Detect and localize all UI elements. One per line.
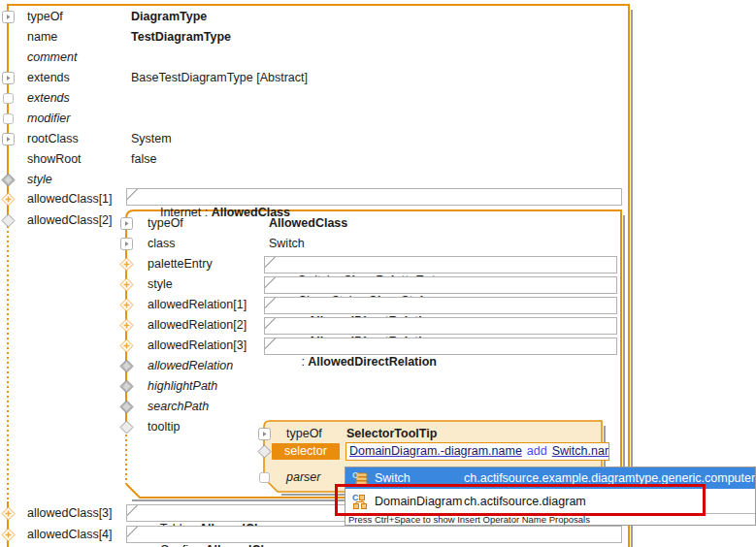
property-label-allowedrelation-2: allowedRelation[2] xyxy=(148,318,247,333)
resource-box-allowedrelation-1[interactable]: : AllowedDirectRelation xyxy=(264,297,617,314)
actifsource-resource-editor: typeOf DiagramType name TestDiagramType … xyxy=(0,0,756,547)
property-label-tooltip: tooltip xyxy=(148,420,180,434)
instance-diamond-icon[interactable] xyxy=(119,420,134,434)
property-label-highlightpath: highlightPath xyxy=(148,379,217,394)
property-label-style: style xyxy=(148,277,173,292)
add-diamond-icon[interactable] xyxy=(119,318,134,333)
property-label-paletteentry: paletteEntry xyxy=(148,257,213,272)
property-label-showroot: showRoot xyxy=(27,152,82,167)
instance-diamond-icon[interactable] xyxy=(257,444,272,459)
proposal-qualifier: ch.actifsource.example.diagramtype.gener… xyxy=(464,471,755,485)
resource-box-type: AllowedDirectRelation xyxy=(308,355,437,369)
resource-box-config[interactable]: Config : AllowedClass xyxy=(126,526,622,543)
expand-arrow-icon[interactable] xyxy=(2,133,15,145)
selector-expression-input[interactable]: DomainDiagram.-diagram.nameaddSwitch.nam… xyxy=(345,442,609,461)
selector-argument[interactable]: Switch.name xyxy=(552,444,609,458)
svg-text:C: C xyxy=(352,470,359,480)
derived-diamond-icon[interactable] xyxy=(1,173,16,187)
empty-box-icon[interactable] xyxy=(3,113,14,124)
empty-box-icon[interactable] xyxy=(259,472,270,483)
resource-box-internet[interactable]: Internet : AllowedClass xyxy=(126,188,622,206)
separator: : xyxy=(195,543,205,547)
property-label-allowedclass-1: allowedClass[1] xyxy=(27,192,113,207)
property-label-rootclass: rootClass xyxy=(27,132,79,146)
add-diamond-icon[interactable] xyxy=(1,192,16,207)
property-label-typeof: typeOf xyxy=(286,427,322,441)
property-value-typeof[interactable]: SelectorToolTip xyxy=(346,427,437,441)
property-label-allowedclass-4: allowedClass[4] xyxy=(27,528,113,542)
add-diamond-icon[interactable] xyxy=(119,298,134,312)
expand-arrow-icon[interactable] xyxy=(258,428,271,440)
property-value-typeof[interactable]: AllowedClass xyxy=(269,216,347,231)
separator: : xyxy=(298,355,308,369)
add-diamond-icon[interactable] xyxy=(119,257,134,272)
property-label-modifier: modifier xyxy=(27,112,70,126)
resource-box-allowedrelation-2[interactable]: : AllowedDirectRelation xyxy=(264,317,617,335)
property-value-rootclass[interactable]: System xyxy=(131,132,172,146)
derived-diamond-icon[interactable] xyxy=(119,400,134,414)
add-diamond-icon[interactable] xyxy=(1,528,16,542)
separator: : xyxy=(201,206,211,219)
add-diamond-icon[interactable] xyxy=(119,277,134,292)
property-value-class[interactable]: Switch xyxy=(269,237,305,251)
property-label-style: style xyxy=(27,173,52,187)
property-label-allowedclass-3: allowedClass[3] xyxy=(27,506,113,521)
selector-expression-part[interactable]: DomainDiagram.-diagram.name xyxy=(349,444,522,458)
empty-box-icon[interactable] xyxy=(3,93,14,104)
property-label-typeof: typeOf xyxy=(148,216,183,231)
expand-arrow-icon[interactable] xyxy=(2,72,15,84)
add-diamond-icon[interactable] xyxy=(1,506,16,521)
expand-arrow-icon[interactable] xyxy=(120,238,133,250)
selector-operator[interactable]: add xyxy=(527,444,547,458)
property-label-extends-empty: extends xyxy=(27,91,70,106)
property-label-allowedrelation: allowedRelation xyxy=(148,359,233,373)
property-label-extends: extends xyxy=(27,71,70,85)
derived-diamond-icon[interactable] xyxy=(119,359,134,373)
property-value-extends[interactable]: BaseTestDiagramType [Abstract] xyxy=(131,71,308,85)
property-label-typeof: typeOf xyxy=(27,10,63,24)
property-label-parser: parser xyxy=(286,470,320,485)
resource-box-paletteentry[interactable]: Switch : ShowPaletteEntry xyxy=(264,256,617,274)
resource-box-classstyle[interactable]: Class Style : ClassStyle xyxy=(264,276,617,294)
derived-diamond-icon[interactable] xyxy=(119,379,134,394)
red-highlight-rectangle xyxy=(335,484,706,516)
property-label-comment: comment xyxy=(27,50,77,65)
instance-diamond-icon[interactable] xyxy=(1,213,16,228)
property-label-allowedrelation-1: allowedRelation[1] xyxy=(148,298,247,312)
property-label-allowedclass-2: allowedClass[2] xyxy=(27,213,113,228)
resource-box-type: AllowedClass xyxy=(205,543,283,547)
resource-box-allowedrelation-3[interactable]: : AllowedDirectRelation xyxy=(264,338,617,355)
resource-box-name: Config xyxy=(160,543,195,547)
proposal-name: Switch xyxy=(375,471,411,485)
expand-arrow-icon[interactable] xyxy=(2,11,15,23)
property-label-searchpath: searchPath xyxy=(148,400,209,414)
selector-property-chip[interactable]: selector xyxy=(272,443,340,460)
property-label-name: name xyxy=(27,30,57,45)
property-label-class: class xyxy=(148,237,175,251)
property-label-allowedrelation-3: allowedRelation[3] xyxy=(148,338,247,353)
property-value-name[interactable]: TestDiagramType xyxy=(131,30,231,45)
property-value-typeof[interactable]: DiagramType xyxy=(131,10,207,24)
expand-arrow-icon[interactable] xyxy=(120,217,133,230)
add-diamond-icon[interactable] xyxy=(119,338,134,353)
property-value-showroot[interactable]: false xyxy=(131,152,156,167)
